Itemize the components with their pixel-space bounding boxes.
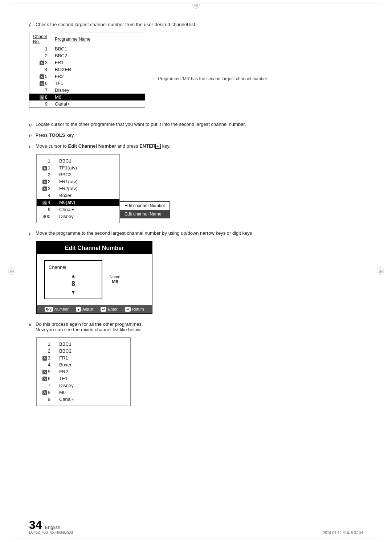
footer-item: ↩Return bbox=[125, 307, 144, 312]
footer-file: LC452_453_457-hotel.indd bbox=[29, 530, 73, 535]
channel-list-i-num: 4 bbox=[37, 192, 55, 199]
final-list-num: A3 bbox=[37, 354, 55, 361]
final-list-name: FR2 bbox=[55, 368, 130, 375]
table-f-num: 1 bbox=[29, 45, 51, 52]
popup-menu-item[interactable]: Edit channel Number bbox=[120, 202, 170, 210]
step-h-text: Press TOOLS key. bbox=[36, 132, 363, 138]
footer-label: Enter bbox=[108, 307, 117, 311]
final-list-num: 4 bbox=[37, 361, 55, 368]
step-i-text: Move cursor to Edit Channel Number and p… bbox=[36, 143, 363, 149]
registration-mark-left bbox=[8, 267, 15, 275]
final-list-num: 1 bbox=[37, 341, 55, 348]
footer-label: Adjust bbox=[82, 307, 94, 311]
channel-list-i-name: FR1(atv) bbox=[55, 178, 119, 185]
channel-list-i: 1BBC1A1TF1(atv)2BBC2A2FR1(atv)A3FR2(atv)… bbox=[36, 154, 120, 223]
registration-mark-right bbox=[377, 267, 384, 275]
table-f-num: 4 bbox=[29, 66, 51, 73]
channel-list-i-name: TF1(atv) bbox=[55, 164, 119, 171]
step-k-letter: k. bbox=[29, 321, 36, 327]
final-list-name: FR1 bbox=[55, 354, 130, 361]
step-j: j. Move the programme to the second larg… bbox=[29, 230, 363, 236]
channel-list-i-name: FR2(atv) bbox=[55, 185, 119, 192]
final-list-row: 7Disney bbox=[37, 382, 130, 389]
name-value: M6 bbox=[110, 279, 120, 284]
step-k-text: Do this process again for all the other … bbox=[36, 321, 363, 332]
step-f-letter: f. bbox=[29, 22, 36, 28]
step-j-letter: j. bbox=[29, 230, 36, 236]
table-f-name: BBC2 bbox=[51, 52, 145, 59]
channel-list-i-num: A4 bbox=[37, 199, 55, 206]
table-f-name: Disney bbox=[51, 87, 145, 94]
channel-name-display: Name M6 bbox=[110, 275, 120, 284]
step-f: f. Check the second largest channel numb… bbox=[29, 22, 363, 28]
registration-mark-top bbox=[192, 1, 200, 9]
final-list-row: 4Boxer bbox=[37, 361, 130, 368]
popup-menu-i: Edit channel NumberEdit channel Name bbox=[120, 201, 170, 218]
table-f-name: Canal+ bbox=[51, 100, 145, 107]
footer-badge: ↩ bbox=[125, 307, 131, 312]
channel-box-label: Channel bbox=[49, 264, 98, 270]
channel-table-f: Chnnel No. Programme Name 1BBC12BBC2A3FR… bbox=[29, 33, 145, 108]
page-language: English bbox=[45, 525, 61, 530]
footer-badge: ↵ bbox=[101, 307, 106, 312]
step-g-letter: g. bbox=[29, 122, 36, 127]
table-f-wrap: Chnnel No. Programme Name 1BBC12BBC2A3FR… bbox=[29, 33, 363, 114]
main-content: f. Check the second largest channel numb… bbox=[0, 0, 392, 449]
channel-list-i-name: Boxer bbox=[55, 192, 119, 199]
page-number: 34 bbox=[29, 518, 42, 532]
channel-arrow-up: ▲ bbox=[71, 273, 76, 279]
edit-channel-body: Channel ▲ 8 ▼ Name M6 bbox=[37, 254, 152, 305]
edit-channel-footer: 0-9Number⬥Adjust↵Enter↩Return bbox=[37, 305, 152, 313]
table-f-num: 7 bbox=[29, 87, 51, 94]
channel-list-i-row: 9Chnal+ bbox=[37, 206, 119, 213]
step-k-line1: Do this process again for all the other … bbox=[36, 321, 363, 327]
step-k-line2: Now you can see the mixed channel list l… bbox=[36, 327, 363, 332]
channel-list-i-name: Disney bbox=[55, 213, 119, 220]
table-f-num: A8 bbox=[29, 94, 51, 100]
channel-list-i-name: M6(atv) bbox=[55, 199, 119, 206]
channel-list-i-row: A4M6(atv) bbox=[37, 199, 119, 206]
col-header-programme: Programme Name bbox=[51, 33, 145, 45]
table-f-name: TF1 bbox=[51, 80, 145, 87]
final-list-num: A8 bbox=[37, 389, 55, 396]
name-label: Name bbox=[110, 275, 120, 279]
step-i-letter: i. bbox=[29, 143, 36, 149]
channel-list-i-row: A3FR2(atv) bbox=[37, 185, 119, 192]
table-f-num: A3 bbox=[29, 59, 51, 66]
channel-number: 8 bbox=[72, 280, 75, 288]
edit-channel-dialog-wrap: Edit Channel Number Channel ▲ 8 ▼ Name M… bbox=[36, 241, 363, 314]
final-list-row: 2BBC2 bbox=[37, 348, 130, 354]
channel-box-controls: ▲ 8 ▼ bbox=[49, 273, 98, 295]
channel-list-i-name: Chnal+ bbox=[55, 206, 119, 213]
footer-badge: 0-9 bbox=[45, 307, 53, 312]
channel-list-i-num: A3 bbox=[37, 185, 55, 192]
final-list-name: M6 bbox=[55, 389, 130, 396]
final-list-wrap: 1BBC12BBC2A3FR14BoxerA5FR2A6TF17DisneyA8… bbox=[36, 337, 363, 406]
step-j-text: Move the programme to the second largest… bbox=[36, 230, 363, 236]
step-h-letter: h. bbox=[29, 132, 36, 138]
channel-arrow-down: ▼ bbox=[71, 289, 76, 295]
step-h: h. Press TOOLS key. bbox=[29, 132, 363, 138]
footer-label: Number bbox=[54, 307, 69, 311]
channel-list-i-num: 2 bbox=[37, 171, 55, 178]
final-list-name: Boxer bbox=[55, 361, 130, 368]
final-list-num: 2 bbox=[37, 348, 55, 354]
edit-channel-title: Edit Channel Number bbox=[37, 242, 152, 254]
final-list-row: A8M6 bbox=[37, 389, 130, 396]
footer-date-time: 2010-04-12 오후 8:37:34 bbox=[323, 530, 363, 535]
table-f-note: ← Programme 'M6' has the second largest … bbox=[152, 76, 267, 81]
final-list-row: 9Canal+ bbox=[37, 396, 130, 403]
page-border-bottom bbox=[11, 538, 381, 538]
channel-list-i-row: A2FR1(atv) bbox=[37, 178, 119, 185]
channel-list-i-num: 1 bbox=[37, 157, 55, 164]
table-f-name: BOXER bbox=[51, 66, 145, 73]
final-list-row: A3FR1 bbox=[37, 354, 130, 361]
final-list-name: BBC1 bbox=[55, 341, 130, 348]
popup-menu-item[interactable]: Edit channel Name bbox=[120, 210, 170, 218]
channel-list-i-row: 4Boxer bbox=[37, 192, 119, 199]
final-list-num: 9 bbox=[37, 396, 55, 403]
page-number-area: 34 English bbox=[29, 518, 60, 532]
footer-item: ↵Enter bbox=[101, 307, 117, 312]
final-list-name: BBC2 bbox=[55, 348, 130, 354]
final-list-name: Canal+ bbox=[55, 396, 130, 403]
